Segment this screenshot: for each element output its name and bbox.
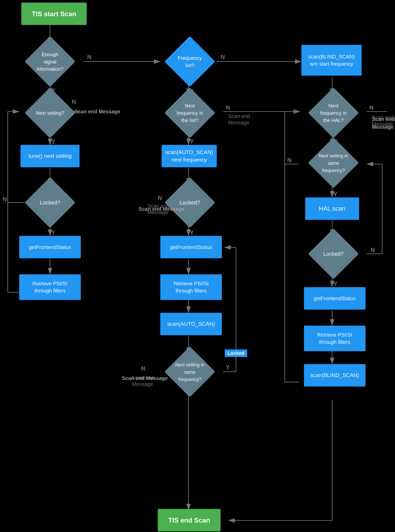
scan-auto-next-label: scan(AUTO_SCAN) next frequency xyxy=(165,149,213,164)
locked2-label: Locked? xyxy=(180,200,200,206)
locked1-label: Locked? xyxy=(40,200,60,206)
frequency-list-diamond: Frequency list? xyxy=(172,43,208,80)
start-label: TIS start Scan xyxy=(32,10,76,18)
scan-end-msg-4-label: Scan end Message xyxy=(372,116,395,130)
scan-end-msg-1-label: Scan end Message xyxy=(74,109,120,114)
retrieve-psi2-label: Retrieve PSI/SI through filters xyxy=(165,280,217,294)
scan-end-msg-1: Scan end Message xyxy=(74,108,120,115)
next-setting-same-freq2-diamond: Next setting in same frequency? xyxy=(172,354,208,390)
blind-scan-wo-start-node: scan(BLIND_SCAN) w/o start frequency xyxy=(301,45,362,76)
get-frontend1-label: getFrontendStatus xyxy=(29,244,71,250)
retrieve-psi3-label: Retrieve PSI/SI through filters xyxy=(308,331,361,346)
enough-signal-diamond: Enough signal information? xyxy=(32,43,68,80)
locked1-diamond: Locked? xyxy=(32,185,68,221)
tune-next-node: tune() next setting xyxy=(21,145,80,167)
scan-blind2-label: scan(BLIND_SCAN) xyxy=(310,372,359,379)
svg-text:Scan end: Scan end xyxy=(228,113,250,119)
svg-text:Y: Y xyxy=(226,364,230,370)
locked2-diamond: Locked? xyxy=(172,185,208,221)
scan-auto2-label: scan(AUTO_SCAN) xyxy=(167,320,215,327)
scan-end-msg-2-label: Scan end Message xyxy=(138,206,184,212)
svg-text:N: N xyxy=(369,104,373,111)
retrieve-psi1-node: Retrieve PSI/SI through filters xyxy=(19,274,81,300)
tune-next-label: tune() next setting xyxy=(28,152,71,160)
retrieve-psi3-node: Retrieve PSI/SI through filters xyxy=(304,326,366,351)
scan-end-msg-4: Scan end Message xyxy=(372,115,395,131)
svg-text:Y: Y xyxy=(334,281,337,287)
get-frontend2-label: getFrontendStatus xyxy=(170,244,212,250)
next-setting-same-freq-hal-diamond: Next setting in same frequency? xyxy=(315,145,351,181)
hal-scan-label: HAL scan xyxy=(319,205,345,212)
get-frontend3-label: getFrontendStatus xyxy=(313,295,356,302)
svg-text:N: N xyxy=(87,54,91,60)
start-node: TIS start Scan xyxy=(21,3,87,25)
svg-text:Y: Y xyxy=(190,138,194,145)
enough-signal-label: Enough signal information? xyxy=(37,52,63,72)
svg-text:N: N xyxy=(371,246,375,253)
get-frontend1-node: getFrontendStatus xyxy=(19,236,81,258)
get-frontend3-node: getFrontendStatus xyxy=(304,287,366,309)
next-setting-same-freq-hal-label: Next setting in same frequency? xyxy=(319,153,348,173)
blind-scan-wo-start-label: scan(BLIND_SCAN) w/o start frequency xyxy=(306,53,357,67)
svg-text:N: N xyxy=(221,54,225,60)
locked-badge-label: Locked xyxy=(227,350,244,356)
locked3-label: Locked? xyxy=(323,251,344,257)
svg-text:Y: Y xyxy=(334,191,337,197)
next-freq-list-diamond: Next frequency in the list? xyxy=(172,95,208,131)
svg-text:Y: Y xyxy=(51,229,55,236)
svg-text:N: N xyxy=(72,98,76,105)
retrieve-psi2-node: Retrieve PSI/SI through filters xyxy=(160,274,222,300)
hal-scan-node: HAL scan xyxy=(305,197,359,220)
svg-text:N: N xyxy=(3,196,7,202)
svg-text:N: N xyxy=(226,104,230,111)
svg-text:N: N xyxy=(141,365,145,372)
next-setting-label: Next setting? xyxy=(36,110,64,116)
locked-badge: Locked xyxy=(226,349,246,358)
svg-text:N: N xyxy=(287,157,291,163)
end-label: TIS end Scan xyxy=(168,516,210,524)
svg-text:Y: Y xyxy=(190,229,194,236)
svg-text:Y: Y xyxy=(51,138,55,145)
scan-end-msg-2: Scan end Message xyxy=(138,205,184,213)
end-node: TIS end Scan xyxy=(158,509,221,531)
scan-end-msg-3: Scan end Message xyxy=(122,374,168,382)
scan-end-msg-3-label: Scan end Message xyxy=(122,375,168,381)
svg-text:Message: Message xyxy=(228,120,249,125)
frequency-list-label: Frequency list? xyxy=(178,55,202,68)
scan-blind2-node: scan(BLIND_SCAN) xyxy=(304,364,366,386)
next-setting-same-freq2-label: Next setting in same frequency? xyxy=(175,362,204,382)
locked3-diamond: Locked? xyxy=(315,236,351,272)
svg-text:N: N xyxy=(158,195,162,201)
retrieve-psi1-label: Retrieve PSI/SI through filters xyxy=(24,280,76,294)
next-freq-hal-label: Next frequency in the HAL? xyxy=(320,103,347,123)
scan-auto2-node: scan(AUTO_SCAN) xyxy=(160,313,222,335)
svg-text:Message: Message xyxy=(132,381,153,387)
next-freq-list-label: Next frequency in the list? xyxy=(176,103,203,123)
get-frontend2-node: getFrontendStatus xyxy=(160,236,222,258)
next-setting-diamond: Next setting? xyxy=(32,95,68,131)
scan-auto-next-node: scan(AUTO_SCAN) next frequency xyxy=(162,145,217,167)
next-freq-hal-diamond: Next frequency in the HAL? xyxy=(315,95,351,131)
